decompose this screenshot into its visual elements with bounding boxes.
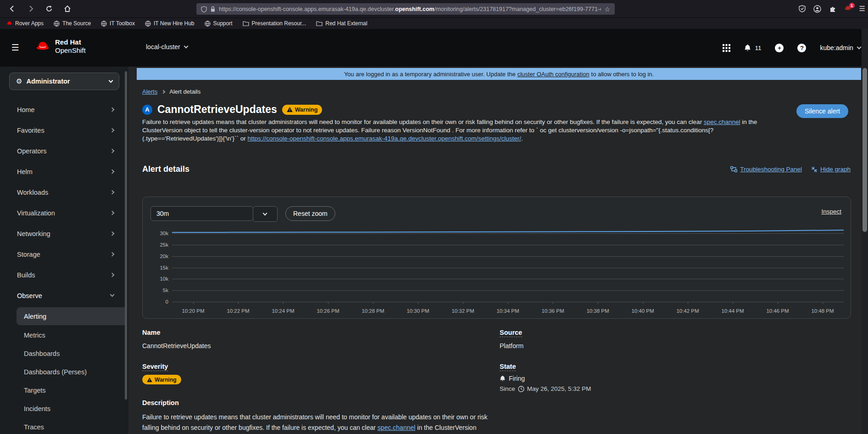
spec-channel-link[interactable]: spec.channel [378,424,416,431]
reset-zoom-button[interactable]: Reset zoom [285,206,335,221]
home-icon[interactable] [61,3,73,15]
redhat-fedora-icon [35,40,50,52]
pocket-shield-icon[interactable] [799,5,806,12]
lock-icon[interactable] [210,6,216,12]
source-label[interactable]: Source [500,329,522,337]
alert-chart[interactable]: 05k10k15k20k25k30k10:20 PM10:22 PM10:24 … [172,229,844,304]
warning-badge[interactable]: Warning [282,105,323,115]
sidebar-scrollbar[interactable] [125,71,127,400]
breadcrumb: Alerts Alert details [142,88,200,95]
bookmark-support[interactable]: Support [205,20,233,27]
sidebar-item-traces[interactable]: Traces [0,417,128,434]
app-launcher-icon[interactable] [723,44,730,52]
notification-count: 11 [755,45,761,51]
alert-graph-card: Reset zoom Inspect 05k10k15k20k25k30k10:… [142,197,851,319]
reload-icon[interactable] [43,3,55,15]
description-value: Failure to retrieve updates means that c… [142,412,490,434]
nav-toggle-icon[interactable]: ☰ [10,43,20,53]
bookmark-rover-apps[interactable]: Rover Apps [6,20,44,27]
x-axis-tick-label: 10:48 PM [811,308,834,314]
duration-dropdown-button[interactable] [253,206,278,222]
y-axis-tick-label: 25k [160,242,168,248]
banner-text: to allow others to log in. [591,71,654,78]
bookmark-the-source[interactable]: The Source [54,20,91,27]
browser-window: https://console-openshift-console.apps.e… [0,0,868,434]
sidebar-item-builds[interactable]: Builds [0,265,128,285]
troubleshooting-panel-link[interactable]: Troubleshooting Panel [730,166,802,173]
chevron-right-icon [110,148,114,153]
x-axis-tick-label: 10:22 PM [227,308,249,314]
sidebar-item-dashboards[interactable]: Dashboards [0,344,128,363]
chevron-right-icon [110,190,114,194]
y-axis-tick-label: 30k [160,231,168,236]
bookmark-red-hat-external[interactable]: Red Hat External [316,20,367,27]
sidebar-item-workloads[interactable]: Workloads [0,182,128,203]
chevron-down-icon [110,293,114,297]
back-icon[interactable] [6,3,18,15]
oauth-config-link[interactable]: cluster OAuth configuration [517,71,590,78]
silence-alert-button[interactable]: Silence alert [796,104,848,118]
x-axis-tick-label: 10:38 PM [586,308,609,314]
breadcrumb-alerts-link[interactable]: Alerts [142,88,157,95]
x-axis-tick-label: 10:24 PM [272,308,294,314]
chevron-down-icon [857,45,861,49]
source-value: Platform [500,342,523,349]
duration-input[interactable] [150,206,253,221]
user-menu[interactable]: kube:admin [820,44,861,51]
x-axis-tick-label: 10:20 PM [182,308,204,314]
bookmark-it-new-hire-hub[interactable]: IT New Hire Hub [145,20,194,27]
state-value: Firing [500,375,525,382]
sidebar-item-incidents[interactable]: Incidents [0,399,128,418]
alert-severity-icon: A [142,105,152,115]
perspective-switcher[interactable]: ⚙ Administrator [9,73,119,90]
sidebar-item-targets[interactable]: Targets [0,381,128,400]
name-value: CannotRetrieveUpdates [142,342,211,349]
sidebar-item-operators[interactable]: Operators [0,141,128,161]
bookmark-star-icon[interactable]: ☆ [604,6,610,13]
state-label[interactable]: State [500,363,516,371]
import-plus-icon[interactable]: + [775,44,784,52]
warning-badge: Warning [142,375,181,384]
inspect-link[interactable]: Inspect [821,208,841,215]
cluster-settings-link[interactable]: https://console-openshift-console.apps.e… [247,135,521,142]
extension-redhat-icon[interactable]: 1 [844,6,851,12]
chevron-right-icon [110,128,114,132]
hide-graph-link[interactable]: Hide graph [811,166,851,173]
firing-bell-icon [500,375,506,382]
sidebar-item-metrics[interactable]: Metrics [0,326,128,344]
chevron-right-icon [110,210,114,215]
sidebar-item-networking[interactable]: Networking [0,223,128,244]
bell-icon [744,44,751,52]
extension-icon[interactable] [829,5,836,12]
sidebar-item-virtualization[interactable]: Virtualization [0,203,128,223]
chart-series-line [172,230,844,232]
help-icon[interactable]: ? [797,44,806,52]
bookmark-it-toolbox[interactable]: IT Toolbox [101,20,135,27]
menu-icon[interactable]: ☰ [859,5,865,13]
sidebar-item-observe[interactable]: Observe [0,285,128,306]
sidebar-item-dashboards-perses[interactable]: Dashboards (Perses) [0,362,128,381]
main-content: You are logged in as a temporary adminis… [128,67,868,434]
sidebar-item-alerting[interactable]: Alerting [0,307,128,326]
severity-label[interactable]: Severity [142,363,168,371]
y-axis-tick-label: 5k [163,287,168,293]
url-bar[interactable]: https://console-openshift-console.apps.e… [196,3,615,15]
spec-channel-link[interactable]: spec.channel [704,118,740,125]
brand-logo[interactable]: Red HatOpenShift [35,38,86,55]
x-axis-tick-label: 10:40 PM [631,308,654,314]
forward-icon[interactable] [25,3,37,15]
sidebar-item-storage[interactable]: Storage [0,244,128,265]
page-scrollbar-thumb[interactable] [862,68,867,232]
notifications-button[interactable]: 11 [744,44,761,52]
cluster-selector[interactable]: local-cluster [146,43,188,51]
page-scrollbar[interactable] [862,29,868,434]
url-text[interactable]: https://console-openshift-console.apps.e… [219,6,601,12]
sidebar-item-home[interactable]: Home [0,99,128,120]
chevron-right-icon [110,107,114,112]
sidebar-item-favorites[interactable]: Favorites [0,120,128,141]
tracking-shield-icon[interactable] [201,6,207,12]
account-icon[interactable] [813,5,821,13]
bookmark-presentation-resources[interactable]: Presentation Resour... [243,20,306,27]
sidebar-item-helm[interactable]: Helm [0,161,128,182]
warning-triangle-icon [147,378,152,382]
